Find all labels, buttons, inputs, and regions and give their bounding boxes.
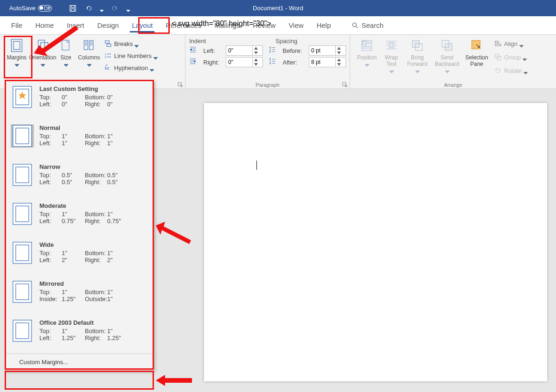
selection-pane-icon xyxy=(469,38,485,53)
tab-insert[interactable]: Insert xyxy=(60,16,91,34)
undo-more-icon[interactable] xyxy=(100,7,104,10)
document-title: Document1 - Word xyxy=(253,5,303,12)
undo-icon[interactable] xyxy=(84,4,93,13)
svg-rect-47 xyxy=(390,43,393,47)
svg-rect-17 xyxy=(105,41,109,43)
tab-design[interactable]: Design xyxy=(91,16,126,34)
custom-margins-button[interactable]: Custom Margins... xyxy=(6,353,153,370)
group-arrange: Position Wrap Text Bring Forward Send Ba… xyxy=(350,35,556,89)
svg-rect-77 xyxy=(16,323,29,339)
group-button: Group xyxy=(494,51,528,63)
spacing-after-icon xyxy=(268,58,282,67)
margin-preview-icon xyxy=(11,202,34,225)
columns-icon xyxy=(81,38,97,53)
svg-rect-56 xyxy=(445,44,452,51)
columns-button[interactable]: Columns xyxy=(76,38,102,64)
svg-rect-59 xyxy=(495,41,498,43)
indent-left-icon xyxy=(189,46,203,55)
tab-mailings[interactable]: Mailings xyxy=(208,16,246,34)
orientation-button[interactable]: Orientation xyxy=(30,38,56,64)
rotate-icon xyxy=(494,66,502,75)
tab-help[interactable]: Help xyxy=(310,16,338,34)
align-icon xyxy=(494,39,502,48)
svg-point-3 xyxy=(352,23,356,26)
position-button: Position xyxy=(354,38,380,64)
margins-option-mirrored[interactable]: Mirrored Top:1"Bottom:1" Inside:1.25"Out… xyxy=(6,276,153,315)
chevron-down-icon xyxy=(445,68,449,71)
group-paragraph: Indent Spacing Left: Before: Right: Afte… xyxy=(185,35,350,89)
indent-right-label: Right: xyxy=(204,59,225,66)
margins-option-office 2003 default[interactable]: Office 2003 Default Top:1"Bottom:1" Left… xyxy=(6,315,153,353)
margins-option-last custom setting[interactable]: Last Custom Setting Top:0"Bottom:0" Left… xyxy=(6,81,153,120)
line-numbers-icon: 12 xyxy=(104,51,112,60)
margins-button[interactable]: Margins xyxy=(4,38,30,64)
group-icon xyxy=(494,53,502,61)
qat-more-icon[interactable] xyxy=(126,7,130,10)
orientation-icon xyxy=(35,38,51,53)
svg-rect-6 xyxy=(38,40,45,49)
svg-rect-8 xyxy=(62,40,69,50)
svg-rect-69 xyxy=(16,167,29,183)
wrap-text-button: Wrap Text xyxy=(380,38,403,71)
margins-option-narrow[interactable]: Narrow Top:0.5"Bottom:0.5" Left:0.5"Righ… xyxy=(6,159,153,198)
svg-rect-60 xyxy=(495,44,501,46)
margins-option-moderate[interactable]: Moderate Top:1"Bottom:1" Left:0.75"Right… xyxy=(6,198,153,237)
redo-icon[interactable] xyxy=(110,4,120,13)
spacing-after-input[interactable] xyxy=(309,57,346,67)
save-icon[interactable] xyxy=(68,4,77,13)
hyphenation-button[interactable]: bc Hyphenation xyxy=(104,62,158,74)
margin-preview-icon xyxy=(11,280,34,303)
wrap-text-icon xyxy=(383,38,399,53)
selection-pane-button[interactable]: Selection Pane xyxy=(462,38,491,67)
chevron-down-icon xyxy=(41,62,45,64)
chevron-down-icon xyxy=(64,62,68,64)
autosave-state: Off xyxy=(44,6,50,11)
document-page[interactable] xyxy=(204,103,547,381)
svg-rect-5 xyxy=(13,41,20,50)
svg-rect-1 xyxy=(71,5,74,7)
svg-rect-75 xyxy=(16,284,29,300)
breaks-button[interactable]: Breaks xyxy=(104,38,158,50)
chevron-down-icon xyxy=(390,68,394,71)
size-button[interactable]: Size xyxy=(56,38,76,64)
margins-option-normal[interactable]: Normal Top:1"Bottom:1" Left:1"Right:1" xyxy=(6,120,153,159)
search-button[interactable]: Search xyxy=(351,16,384,34)
margins-option-wide[interactable]: Wide Top:1"Bottom:1" Left:2"Right:2" xyxy=(6,237,153,276)
svg-rect-0 xyxy=(70,5,76,11)
text-cursor xyxy=(256,161,257,170)
tab-file[interactable]: File xyxy=(5,16,29,34)
autosave-toggle[interactable]: AutoSave Off xyxy=(9,5,62,12)
indent-left-input[interactable] xyxy=(226,45,263,56)
arrange-group-label: Arrange xyxy=(350,82,556,88)
margins-icon xyxy=(9,38,25,53)
align-button[interactable]: Align xyxy=(494,38,528,50)
indent-right-input[interactable] xyxy=(226,57,263,67)
page-setup-dialog-icon[interactable] xyxy=(178,81,183,87)
spacing-after-label: After: xyxy=(283,59,308,66)
tab-view[interactable]: View xyxy=(282,16,310,34)
indent-left-label: Left: xyxy=(204,47,225,54)
chevron-down-icon xyxy=(415,68,420,71)
svg-text:bc: bc xyxy=(105,65,109,71)
tab-references[interactable]: References xyxy=(159,16,208,34)
bring-forward-button: Bring Forward xyxy=(403,38,432,71)
margin-preview-icon xyxy=(11,124,34,148)
margin-preview-icon xyxy=(11,85,34,109)
svg-rect-71 xyxy=(16,206,29,222)
ribbon-tabs: File Home Insert Design Layout Reference… xyxy=(0,16,556,35)
search-label: Search xyxy=(362,21,384,29)
svg-text:2: 2 xyxy=(105,55,107,58)
tab-layout[interactable]: Layout xyxy=(125,16,159,34)
svg-rect-2 xyxy=(71,8,74,11)
tab-home[interactable]: Home xyxy=(29,16,60,34)
size-icon xyxy=(58,38,74,53)
paragraph-group-label: Paragraph xyxy=(185,82,350,88)
svg-rect-42 xyxy=(363,41,366,45)
spacing-before-input[interactable] xyxy=(309,45,346,56)
svg-rect-58 xyxy=(472,40,480,49)
paragraph-dialog-icon[interactable] xyxy=(342,81,348,87)
spacing-header: Spacing xyxy=(275,38,297,45)
line-numbers-button[interactable]: 12 Line Numbers xyxy=(104,50,158,62)
spacing-before-label: Before: xyxy=(283,47,308,54)
tab-review[interactable]: Review xyxy=(246,16,282,34)
